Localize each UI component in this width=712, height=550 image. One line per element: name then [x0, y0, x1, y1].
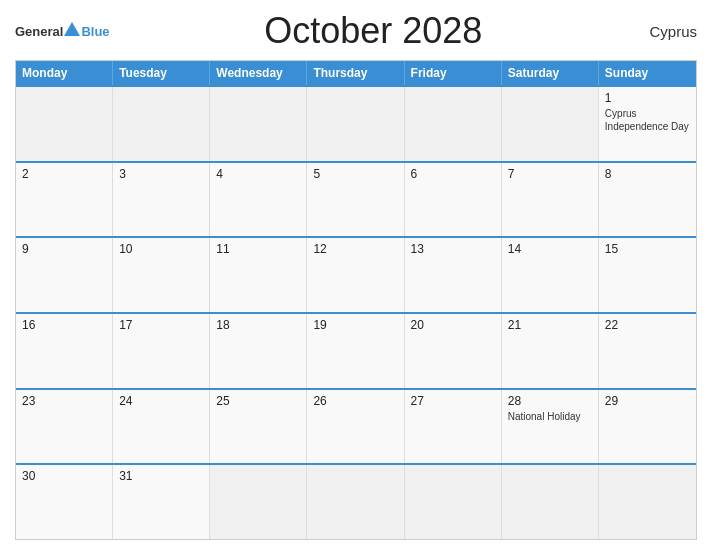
day-number: 2	[22, 167, 106, 181]
logo-triangle-icon	[64, 22, 80, 36]
calendar-cell: 12	[307, 238, 404, 312]
day-number: 9	[22, 242, 106, 256]
day-number: 27	[411, 394, 495, 408]
day-number: 24	[119, 394, 203, 408]
calendar-cell	[502, 87, 599, 161]
day-number: 23	[22, 394, 106, 408]
calendar-cell: 3	[113, 163, 210, 237]
calendar-cell	[405, 87, 502, 161]
calendar-cell: 21	[502, 314, 599, 388]
calendar-cell: 13	[405, 238, 502, 312]
day-number: 29	[605, 394, 690, 408]
day-number: 22	[605, 318, 690, 332]
day-number: 4	[216, 167, 300, 181]
day-number: 3	[119, 167, 203, 181]
calendar-cell	[113, 87, 210, 161]
calendar-cell: 7	[502, 163, 599, 237]
day-number: 6	[411, 167, 495, 181]
calendar-cell: 9	[16, 238, 113, 312]
calendar-cell: 19	[307, 314, 404, 388]
country-label: Cyprus	[637, 23, 697, 40]
day-header-monday: Monday	[16, 61, 113, 85]
calendar-cell: 28National Holiday	[502, 390, 599, 464]
day-number: 15	[605, 242, 690, 256]
calendar-cell: 20	[405, 314, 502, 388]
calendar-cell: 14	[502, 238, 599, 312]
calendar-cell	[502, 465, 599, 539]
day-number: 1	[605, 91, 690, 105]
calendar-cell: 5	[307, 163, 404, 237]
calendar-cell: 11	[210, 238, 307, 312]
calendar-cell: 15	[599, 238, 696, 312]
calendar-page: General Blue October 2028 Cyprus MondayT…	[0, 0, 712, 550]
day-number: 11	[216, 242, 300, 256]
day-number: 31	[119, 469, 203, 483]
day-number: 14	[508, 242, 592, 256]
calendar-cell: 8	[599, 163, 696, 237]
calendar-cell	[210, 465, 307, 539]
calendar-week-3: 16171819202122	[16, 312, 696, 388]
logo-blue-text: Blue	[81, 24, 109, 39]
calendar-cell	[16, 87, 113, 161]
day-number: 7	[508, 167, 592, 181]
calendar-cell: 17	[113, 314, 210, 388]
day-number: 21	[508, 318, 592, 332]
calendar-cell	[307, 465, 404, 539]
day-number: 18	[216, 318, 300, 332]
calendar-cell: 6	[405, 163, 502, 237]
calendar-week-1: 2345678	[16, 161, 696, 237]
calendar-cell: 18	[210, 314, 307, 388]
calendar-body: 1Cyprus Independence Day2345678910111213…	[16, 85, 696, 539]
calendar-cell	[405, 465, 502, 539]
event-label: Cyprus Independence Day	[605, 108, 689, 132]
calendar-cell: 26	[307, 390, 404, 464]
day-header-thursday: Thursday	[307, 61, 404, 85]
calendar-cell: 30	[16, 465, 113, 539]
calendar-cell	[307, 87, 404, 161]
calendar-cell: 29	[599, 390, 696, 464]
calendar-cell: 22	[599, 314, 696, 388]
calendar-week-2: 9101112131415	[16, 236, 696, 312]
calendar-cell: 31	[113, 465, 210, 539]
calendar-cell: 2	[16, 163, 113, 237]
day-number: 17	[119, 318, 203, 332]
logo-general-text: General	[15, 24, 63, 39]
day-header-saturday: Saturday	[502, 61, 599, 85]
day-header-wednesday: Wednesday	[210, 61, 307, 85]
calendar-week-4: 232425262728National Holiday29	[16, 388, 696, 464]
day-number: 26	[313, 394, 397, 408]
calendar-cell: 27	[405, 390, 502, 464]
calendar: MondayTuesdayWednesdayThursdayFridaySatu…	[15, 60, 697, 540]
header: General Blue October 2028 Cyprus	[15, 10, 697, 52]
day-number: 20	[411, 318, 495, 332]
calendar-cell: 10	[113, 238, 210, 312]
day-number: 19	[313, 318, 397, 332]
day-number: 25	[216, 394, 300, 408]
day-number: 28	[508, 394, 592, 408]
calendar-week-0: 1Cyprus Independence Day	[16, 85, 696, 161]
calendar-cell	[599, 465, 696, 539]
day-header-sunday: Sunday	[599, 61, 696, 85]
event-label: National Holiday	[508, 411, 581, 422]
page-title: October 2028	[110, 10, 637, 52]
day-number: 16	[22, 318, 106, 332]
calendar-cell	[210, 87, 307, 161]
calendar-cell: 4	[210, 163, 307, 237]
day-number: 8	[605, 167, 690, 181]
logo: General Blue	[15, 24, 110, 39]
day-number: 5	[313, 167, 397, 181]
day-header-friday: Friday	[405, 61, 502, 85]
calendar-cell: 25	[210, 390, 307, 464]
day-number: 30	[22, 469, 106, 483]
calendar-cell: 24	[113, 390, 210, 464]
calendar-cell: 16	[16, 314, 113, 388]
calendar-header-row: MondayTuesdayWednesdayThursdayFridaySatu…	[16, 61, 696, 85]
calendar-cell: 1Cyprus Independence Day	[599, 87, 696, 161]
day-header-tuesday: Tuesday	[113, 61, 210, 85]
calendar-week-5: 3031	[16, 463, 696, 539]
calendar-cell: 23	[16, 390, 113, 464]
day-number: 12	[313, 242, 397, 256]
day-number: 13	[411, 242, 495, 256]
day-number: 10	[119, 242, 203, 256]
